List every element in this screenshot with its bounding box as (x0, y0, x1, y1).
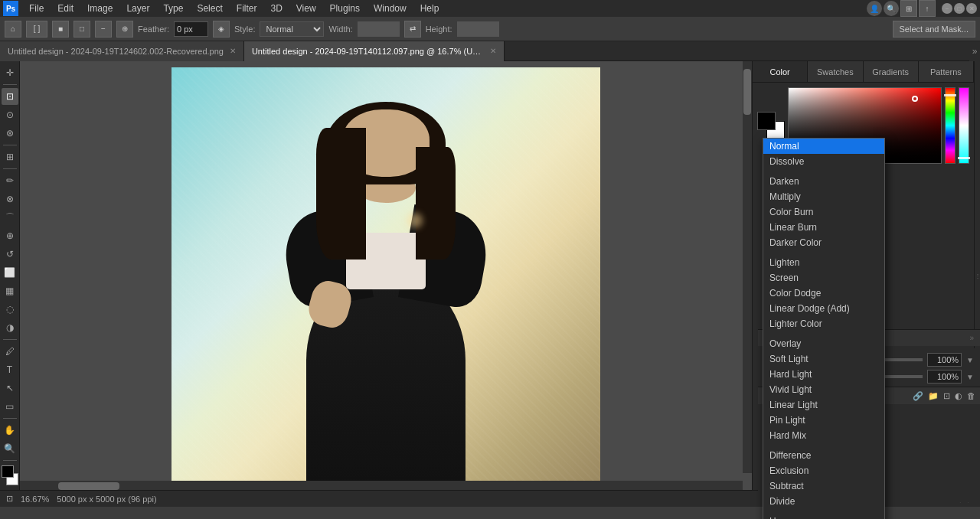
layer-icon-adjust[interactable]: ◐ (955, 391, 962, 401)
fg-bg-colors[interactable] (0, 465, 20, 485)
color-fg-bg[interactable] (757, 112, 785, 139)
menu-window[interactable]: Window (368, 2, 413, 15)
blend-hue[interactable]: Hue (763, 514, 884, 519)
marquee-options[interactable]: [ ] (26, 21, 47, 38)
marquee-type-square[interactable]: ■ (52, 21, 69, 38)
blend-soft-light[interactable]: Soft Light (763, 351, 884, 367)
menu-edit[interactable]: Edit (51, 2, 80, 15)
blend-divide[interactable]: Divide (763, 494, 884, 509)
width-input[interactable] (358, 21, 400, 37)
tab-swatches[interactable]: Swatches (808, 61, 863, 82)
eyedropper-tool[interactable]: ✏ (2, 172, 18, 189)
feather-input[interactable] (174, 21, 208, 37)
feather-icon[interactable]: ◈ (213, 21, 230, 38)
menu-type[interactable]: Type (157, 2, 189, 15)
minimize-btn[interactable]: − (942, 3, 952, 14)
blend-linear-dodge[interactable]: Linear Dodge (Add) (763, 301, 884, 316)
tab-patterns[interactable]: Patterns (919, 61, 974, 82)
history-brush-tool[interactable]: ↺ (2, 246, 18, 263)
layer-icon-trash[interactable]: 🗑 (967, 391, 975, 401)
foreground-color-swatch[interactable] (2, 465, 14, 478)
blend-normal[interactable]: Normal (763, 139, 884, 154)
blend-vivid-light[interactable]: Vivid Light (763, 382, 884, 397)
brush-tool[interactable]: ⌒ (2, 209, 18, 226)
home-icon[interactable]: ⌂ (5, 21, 21, 38)
account-icon[interactable]: 👤 (867, 1, 882, 16)
path-tool[interactable]: ↖ (2, 380, 18, 397)
share-icon[interactable]: ↑ (919, 0, 936, 17)
dodge-tool[interactable]: ◑ (2, 319, 18, 336)
blend-color-burn[interactable]: Color Burn (763, 204, 884, 220)
menu-plugins[interactable]: Plugins (324, 2, 366, 15)
menu-view[interactable]: View (290, 2, 322, 15)
blend-exclusion[interactable]: Exclusion (763, 463, 884, 478)
quick-select-tool[interactable]: ⊛ (2, 125, 18, 142)
blend-hard-light[interactable]: Hard Light (763, 367, 884, 382)
blend-screen[interactable]: Screen (763, 270, 884, 286)
blend-multiply[interactable]: Multiply (763, 189, 884, 204)
spot-heal-tool[interactable]: ⊗ (2, 191, 18, 207)
tab-gradients[interactable]: Gradients (864, 61, 919, 82)
style-select[interactable]: NormalFixed RatioFixed Size (260, 21, 324, 37)
menu-layer[interactable]: Layer (120, 2, 155, 15)
color-hue-slider[interactable] (945, 87, 956, 164)
marquee-type-single[interactable]: □ (74, 21, 90, 38)
tab-1-close[interactable]: ✕ (230, 47, 236, 55)
blend-difference[interactable]: Difference (763, 448, 884, 463)
blend-linear-burn[interactable]: Linear Burn (763, 220, 884, 235)
fill-arrow[interactable]: ▼ (966, 373, 974, 381)
blend-dissolve[interactable]: Dissolve (763, 154, 884, 169)
select-mask-button[interactable]: Select and Mask... (893, 21, 976, 38)
clone-tool[interactable]: ⊕ (2, 227, 18, 244)
eraser-tool[interactable]: ⬜ (2, 264, 18, 281)
panel-collapse[interactable]: » (969, 41, 980, 61)
vertical-scrollbar[interactable] (743, 61, 752, 473)
lasso-tool[interactable]: ⊙ (2, 106, 18, 123)
blend-hard-mix[interactable]: Hard Mix (763, 428, 884, 443)
blend-mode-dropdown[interactable]: Normal Dissolve Darken Multiply Color Bu… (763, 138, 885, 519)
tab-2[interactable]: Untitled design - 2024-09-19T140112.097.… (244, 41, 505, 61)
opacity-value[interactable]: 100% (927, 353, 962, 367)
height-input[interactable] (457, 21, 499, 37)
blend-linear-light[interactable]: Linear Light (763, 397, 884, 413)
marquee-tool[interactable]: ⊡ (2, 88, 18, 105)
maximize-btn[interactable]: □ (954, 3, 965, 14)
menu-3d[interactable]: 3D (264, 2, 288, 15)
gradient-tool[interactable]: ▦ (2, 282, 18, 299)
menu-image[interactable]: Image (81, 2, 119, 15)
layer-icon-mask[interactable]: ⊡ (943, 391, 950, 401)
hand-tool[interactable]: ✋ (2, 422, 18, 439)
canvas-area[interactable] (20, 61, 752, 490)
zoom-tool[interactable]: 🔍 (2, 440, 18, 457)
menu-help[interactable]: Help (414, 2, 446, 15)
subtract-icon[interactable]: − (95, 21, 112, 38)
move-tool[interactable]: ✛ (2, 64, 18, 81)
layer-icon-folder[interactable]: 📁 (928, 391, 939, 401)
arrange-icon[interactable]: ⊞ (900, 0, 917, 17)
close-btn[interactable]: ✕ (966, 3, 977, 14)
color-fg-box[interactable] (757, 112, 776, 130)
color-special-bar[interactable] (959, 87, 969, 164)
pen-tool[interactable]: 🖊 (2, 343, 18, 360)
menu-file[interactable]: File (23, 2, 50, 15)
swap-dimensions-icon[interactable]: ⇄ (404, 21, 421, 38)
horizontal-scrollbar[interactable] (20, 481, 743, 490)
blend-darker-color[interactable]: Darker Color (763, 235, 884, 250)
blend-subtract[interactable]: Subtract (763, 478, 884, 494)
blend-lighten[interactable]: Lighten (763, 255, 884, 270)
crop-tool[interactable]: ⊞ (2, 149, 18, 165)
libraries-collapse-icon[interactable]: » (969, 334, 974, 342)
tab-color[interactable]: Color (753, 61, 808, 82)
blur-tool[interactable]: ◌ (2, 301, 18, 318)
layer-icon-link[interactable]: 🔗 (913, 391, 923, 401)
text-tool[interactable]: T (2, 361, 18, 378)
tab-1[interactable]: Untitled design - 2024-09-19T124602.002-… (0, 41, 244, 61)
menu-select[interactable]: Select (191, 2, 228, 15)
tab-2-close[interactable]: ✕ (490, 47, 496, 55)
blend-overlay[interactable]: Overlay (763, 336, 884, 351)
blend-pin-light[interactable]: Pin Light (763, 413, 884, 428)
blend-color-dodge[interactable]: Color Dodge (763, 286, 884, 301)
fill-value[interactable]: 100% (927, 370, 962, 384)
opacity-arrow[interactable]: ▼ (966, 356, 974, 364)
blend-darken[interactable]: Darken (763, 174, 884, 189)
